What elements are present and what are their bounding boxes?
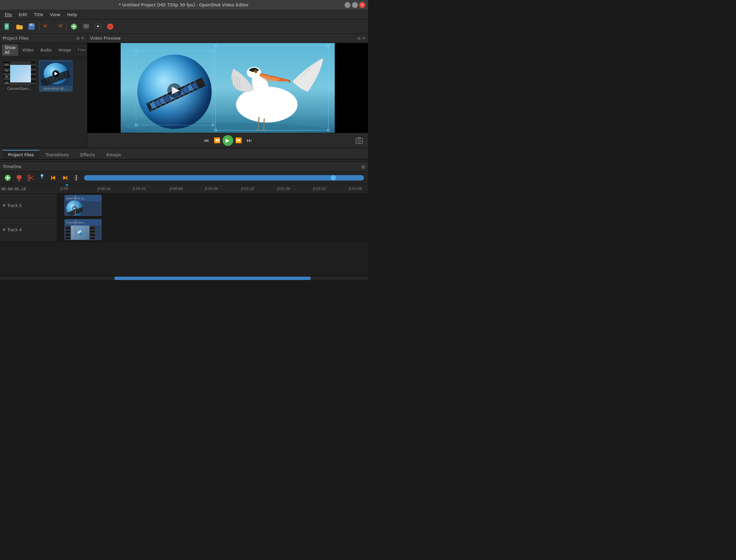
tab-emojis[interactable]: Emojis: [101, 150, 126, 159]
svg-rect-7: [29, 27, 34, 29]
preview-float-icon[interactable]: ⧉: [358, 36, 361, 41]
jump-end-button[interactable]: [60, 173, 70, 183]
add-track-button[interactable]: [3, 173, 13, 183]
preview-button[interactable]: [81, 21, 91, 32]
filmstrip-holes-right: [90, 224, 95, 240]
titlebar: * Untitled Project [HD 720p 30 fps] - Op…: [0, 0, 368, 10]
tick-120: 0:01:20: [241, 187, 254, 191]
forward-to-end-button[interactable]: ⏭: [244, 135, 255, 146]
undo-button[interactable]: [41, 21, 52, 32]
timeline-title: Timeline: [3, 164, 21, 169]
svg-point-65: [255, 71, 257, 73]
scrollbar-thumb[interactable]: [114, 277, 311, 280]
track-4-content[interactable]: CausesOpe... 🌊: [57, 218, 368, 242]
project-files-header: Project Files ⧉ ✕: [0, 34, 87, 43]
file-label-openshot: openshot-qt....: [40, 87, 72, 90]
track-4-playhead: [75, 219, 76, 240]
export-button[interactable]: [93, 21, 104, 32]
tab-effects[interactable]: Effects: [75, 150, 100, 159]
svg-point-78: [358, 140, 361, 143]
minimize-button[interactable]: −: [344, 2, 351, 8]
record-button[interactable]: [105, 21, 116, 32]
track-4-clip-causes[interactable]: CausesOpe... 🌊: [65, 219, 101, 240]
preview-controls: ⏮ ⏪ ▶ ⏩ ⏭: [87, 133, 368, 148]
timeline-ruler: 00:00:05,18 0:00 0:00:16 0:00:32 0:00:48…: [0, 184, 368, 194]
undo-icon: [43, 23, 50, 30]
bottom-tabs: Project Files Transitions Effects Emojis: [0, 148, 368, 159]
ruler-tick-152: [313, 189, 314, 192]
upper-section: Project Files ⧉ ✕ Show All Video Audio I…: [0, 34, 368, 148]
close-button[interactable]: ✕: [359, 2, 365, 8]
causes-thumbnail: [9, 65, 34, 82]
timeline-header-icon[interactable]: ⊞: [361, 164, 365, 169]
maximize-button[interactable]: □: [352, 2, 358, 8]
menu-file[interactable]: File: [2, 11, 15, 18]
center-playhead-button[interactable]: [71, 173, 81, 183]
filter-video[interactable]: Video: [19, 47, 36, 53]
project-files-panel: Project Files ⧉ ✕ Show All Video Audio I…: [0, 34, 87, 148]
track-5-content[interactable]: openshot-q... ▶: [57, 194, 368, 217]
panel-close-icon[interactable]: ✕: [81, 36, 84, 41]
new-button[interactable]: [2, 21, 13, 32]
record-icon: [107, 23, 114, 30]
timeline-toolbar: +: [0, 171, 368, 184]
fast-forward-button[interactable]: ⏩: [233, 135, 244, 146]
snap-button[interactable]: [14, 173, 24, 183]
jump-start-button[interactable]: [48, 173, 58, 183]
preview-close-icon[interactable]: ✕: [362, 36, 365, 41]
menu-edit[interactable]: Edit: [16, 11, 30, 18]
tab-transitions[interactable]: Transitions: [40, 150, 74, 159]
play-button[interactable]: ▶: [222, 135, 233, 146]
screenshot-button[interactable]: [355, 136, 364, 145]
files-grid: CausesOpen... openshot-qt....: [0, 57, 87, 148]
track-4-arrow[interactable]: ▼: [3, 228, 5, 232]
track-5-playhead: [75, 195, 76, 215]
rewind-to-start-button[interactable]: ⏮: [201, 135, 212, 146]
filter-image[interactable]: Image: [56, 47, 74, 53]
filter-show-all[interactable]: Show All: [2, 44, 18, 56]
ruler-playhead: [65, 184, 69, 192]
redo-button[interactable]: [53, 21, 64, 32]
track-5-clip-openshot[interactable]: openshot-q... ▶: [65, 195, 101, 216]
export-icon: [94, 23, 102, 30]
split-button[interactable]: [26, 173, 36, 183]
play-badge: [52, 70, 59, 77]
track-4-label: ▼ Track 4: [0, 218, 57, 242]
redo-icon: [55, 23, 63, 30]
zoom-handle[interactable]: [331, 175, 336, 181]
open-button[interactable]: [14, 21, 25, 32]
timeline-tracks: ▼ Track 5 openshot-q... ▶: [0, 194, 368, 276]
menu-help[interactable]: Help: [65, 11, 80, 18]
jump-end-icon: [61, 174, 69, 182]
panel-float-icon[interactable]: ⧉: [77, 36, 80, 41]
svg-marker-95: [75, 175, 78, 176]
add-clip-button[interactable]: [69, 21, 79, 32]
timeline-zoom-bar[interactable]: [84, 175, 364, 181]
menu-title[interactable]: Title: [31, 11, 46, 18]
jump-start-icon: [50, 174, 57, 182]
horizontal-scrollbar[interactable]: [0, 276, 368, 280]
menubar: File Edit Title View Help: [0, 10, 368, 19]
add-marker-button[interactable]: +: [37, 173, 47, 183]
track-5-arrow[interactable]: ▼: [3, 204, 5, 207]
new-icon: [4, 23, 11, 30]
tick-208: 0:02:08: [349, 187, 362, 191]
track-4-name: Track 4: [7, 228, 22, 232]
file-item-causes[interactable]: CausesOpen...: [3, 60, 36, 92]
track-4-row: ▼ Track 4 CausesOpe... 🌊: [0, 218, 368, 242]
ruler-tick-208: [349, 189, 349, 192]
save-button[interactable]: [26, 21, 37, 32]
rewind-button[interactable]: ⏪: [212, 135, 222, 146]
tab-project-files[interactable]: Project Files: [3, 150, 39, 159]
clip-title-causes: CausesOpe...: [65, 219, 101, 226]
ruler-tick-0: [60, 189, 61, 192]
filter-audio[interactable]: Audio: [38, 47, 54, 53]
svg-point-19: [109, 25, 112, 28]
filmstrip-left: [3, 62, 10, 86]
add-clip-icon: [70, 23, 78, 30]
clip-thumb-sphere: ▶: [66, 200, 83, 216]
panel-resize-handle[interactable]: · · · · ·: [0, 159, 368, 162]
file-item-openshot[interactable]: openshot-qt....: [39, 60, 73, 92]
ruler-tick-104: [205, 189, 205, 192]
menu-view[interactable]: View: [47, 11, 63, 18]
